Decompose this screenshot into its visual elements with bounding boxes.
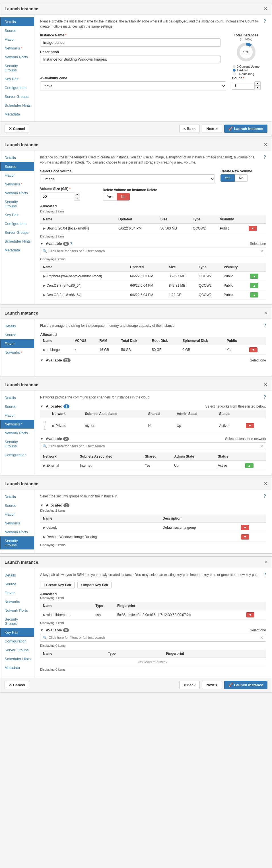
expand-btn-sec-0[interactable]: ▶ [43, 526, 46, 530]
sidebar-item-networks[interactable]: Networks [0, 44, 34, 53]
sidebar-item-source-src[interactable]: Source [0, 162, 34, 171]
help-icon-source[interactable]: ? [264, 155, 266, 160]
sidebar-item-config-src[interactable]: Configuration [0, 219, 34, 228]
sidebar-item-details-net[interactable]: Details [0, 393, 34, 402]
close-button-keypair[interactable]: ✕ [264, 559, 267, 565]
next-button-details[interactable]: Next > [202, 125, 222, 133]
create-volume-yes[interactable]: Yes [220, 174, 235, 182]
sidebar-item-details-flv[interactable]: Details [0, 322, 34, 331]
sidebar-item-flavor-kp[interactable]: Flavor [0, 588, 34, 597]
networks-search-input[interactable] [49, 444, 258, 448]
import-keypair-btn[interactable]: ↑ Import Key Pair [78, 582, 112, 588]
delete-volume-no[interactable]: No [117, 193, 130, 200]
launch-button-keypair[interactable]: 🚀 Launch Instance [224, 681, 267, 689]
keypair-search-input[interactable] [49, 636, 258, 640]
close-button-flavor[interactable]: ✕ [264, 310, 267, 316]
collapse-icon-sec[interactable]: ▼ [40, 503, 43, 507]
help-icon-flavor[interactable]: ? [264, 323, 266, 328]
sidebar-item-secgroups-net[interactable]: Security Groups [0, 437, 34, 451]
volume-down-btn[interactable]: ▼ [74, 196, 80, 200]
expand-btn-alloc-0[interactable]: ▶ [43, 226, 46, 230]
help-icon-avail[interactable]: ? [70, 242, 72, 246]
sidebar-item-flavor[interactable]: Flavor [0, 35, 34, 44]
sidebar-item-source-kp[interactable]: Source [0, 580, 34, 588]
sidebar-item-details-kp[interactable]: Details [0, 571, 34, 580]
boot-source-select[interactable]: Image [40, 174, 215, 183]
sidebar-item-source-sec[interactable]: Source [0, 501, 34, 510]
count-input[interactable] [232, 82, 255, 90]
expand-btn-net-avail-0[interactable]: ▶ [43, 464, 46, 468]
sidebar-item-key-pair[interactable]: Key Pair [0, 74, 34, 83]
help-icon-security[interactable]: ? [264, 494, 266, 499]
sidebar-item-servergroups-src[interactable]: Server Groups [0, 228, 34, 237]
count-up-btn[interactable]: ▲ [255, 82, 260, 86]
instance-name-input[interactable] [40, 38, 220, 46]
sidebar-item-netports-sec[interactable]: Network Ports [0, 528, 34, 536]
sidebar-item-security-groups[interactable]: Security Groups [0, 61, 34, 74]
remove-kp-0[interactable]: ▼ [246, 612, 254, 617]
sidebar-item-source-net[interactable]: Source [0, 402, 34, 411]
sidebar-item-network-ports[interactable]: Network Ports [0, 53, 34, 61]
sidebar-item-scheduler-hints[interactable]: Scheduler Hints [0, 101, 34, 110]
clear-search-net[interactable]: ✕ [260, 444, 264, 448]
create-volume-no[interactable]: No [235, 174, 247, 182]
sidebar-item-flavor-net[interactable]: Flavor [0, 411, 34, 420]
close-button-networks[interactable]: ✕ [264, 382, 267, 388]
delete-volume-yes[interactable]: Yes [103, 193, 117, 200]
help-icon-networks[interactable]: ? [264, 395, 266, 400]
sidebar-item-networks-sec[interactable]: Networks [0, 519, 34, 528]
clear-search-src[interactable]: ✕ [260, 249, 264, 253]
expand-btn-avail-2[interactable]: ▶ [43, 293, 46, 297]
launch-button-details[interactable]: 🚀 Launch Instance [224, 125, 267, 133]
sidebar-item-netports-src[interactable]: Network Ports [0, 189, 34, 197]
help-icon-details[interactable]: ? [264, 19, 266, 24]
volume-up-btn[interactable]: ▲ [74, 192, 80, 196]
collapse-icon-net-alloc[interactable]: ▼ [40, 404, 43, 408]
help-icon-keypair[interactable]: ? [264, 572, 266, 577]
expand-btn-avail-1[interactable]: ▶ [43, 284, 46, 287]
sidebar-item-metadata[interactable]: Metadata [0, 110, 34, 119]
sidebar-item-details-sec[interactable]: Details [0, 492, 34, 501]
sidebar-item-flavor-sec[interactable]: Flavor [0, 510, 34, 519]
source-search-input[interactable] [49, 249, 258, 253]
cancel-button-keypair[interactable]: ✕ Cancel [5, 681, 29, 689]
create-keypair-btn[interactable]: + Create Key Pair [40, 582, 74, 588]
add-avail-0[interactable]: ▲ [250, 274, 258, 279]
sidebar-item-networks-net[interactable]: Networks * [0, 420, 34, 429]
sidebar-item-secgroups-src[interactable]: Security Groups [0, 197, 34, 211]
remove-flv-0[interactable]: ▼ [249, 347, 258, 352]
sidebar-item-servergroups-kp[interactable]: Server Groups [0, 646, 34, 654]
sidebar-item-networks-src[interactable]: Networks [0, 180, 34, 189]
volume-size-input[interactable] [40, 192, 74, 200]
sidebar-item-secgroups-sec[interactable]: Security Groups [0, 536, 34, 550]
sidebar-item-server-groups[interactable]: Server Groups [0, 92, 34, 101]
remove-net-0[interactable]: ▼ [246, 423, 254, 428]
count-down-btn[interactable]: ▼ [255, 86, 260, 90]
sidebar-item-sched-kp[interactable]: Scheduler Hints [0, 654, 34, 663]
sidebar-item-keypair-kp[interactable]: Key Pair [0, 628, 34, 637]
description-input[interactable] [40, 55, 220, 63]
expand-btn-flv-0[interactable]: ▶ [43, 348, 46, 352]
az-select[interactable]: nova [40, 81, 226, 90]
clear-search-kp[interactable]: ✕ [260, 636, 264, 640]
expand-btn-avail-0[interactable]: ▶ [43, 274, 46, 278]
collapse-icon-flv[interactable]: ▼ [40, 358, 43, 362]
sidebar-item-keypair-src[interactable]: Key Pair [0, 211, 34, 219]
sidebar-item-source[interactable]: Source [0, 26, 34, 35]
sidebar-item-metadata-src[interactable]: Metadata [0, 246, 34, 254]
add-avail-2[interactable]: ▲ [250, 292, 258, 298]
collapse-icon-kp[interactable]: ▼ [40, 628, 43, 632]
close-button-details[interactable]: ✕ [264, 6, 267, 11]
collapse-icon-src[interactable]: ▼ [40, 242, 43, 246]
sidebar-item-netports-net[interactable]: Network Ports [0, 429, 34, 437]
remove-sec-1[interactable]: ▼ [241, 534, 249, 539]
add-avail-1[interactable]: ▲ [250, 283, 258, 288]
remove-alloc-0[interactable]: ▼ [249, 226, 257, 231]
sidebar-item-configuration[interactable]: Configuration [0, 83, 34, 92]
sidebar-item-details[interactable]: Details [0, 17, 34, 26]
sidebar-item-flavor-flv[interactable]: Flavor [0, 339, 34, 348]
cancel-button-details[interactable]: ✕ Cancel [5, 125, 29, 133]
expand-btn-net-0[interactable]: ▶ [52, 424, 55, 428]
close-button-source[interactable]: ✕ [264, 142, 267, 147]
close-button-security[interactable]: ✕ [264, 481, 267, 486]
